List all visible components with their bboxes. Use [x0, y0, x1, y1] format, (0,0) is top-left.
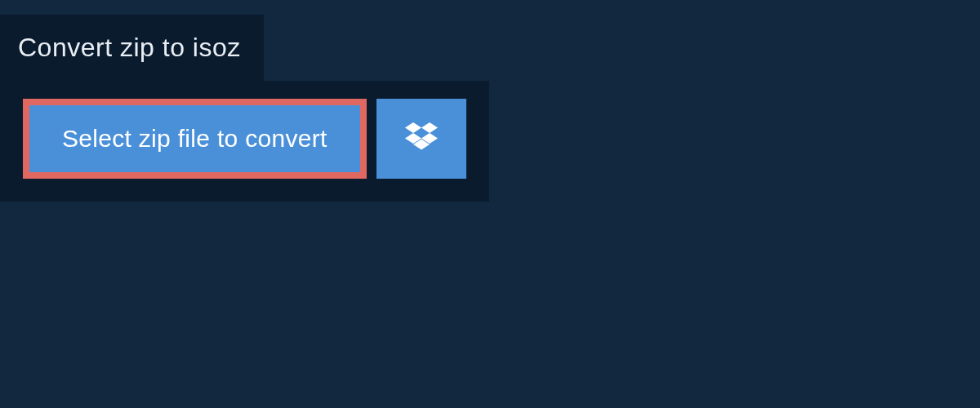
- page-header-tab: Convert zip to isoz: [0, 15, 264, 81]
- page-title: Convert zip to isoz: [18, 33, 241, 63]
- dropbox-icon: [405, 122, 438, 155]
- select-file-button[interactable]: Select zip file to convert: [23, 99, 367, 179]
- select-file-button-label: Select zip file to convert: [62, 125, 327, 153]
- dropbox-button[interactable]: [376, 99, 466, 179]
- upload-panel: Select zip file to convert: [0, 81, 489, 202]
